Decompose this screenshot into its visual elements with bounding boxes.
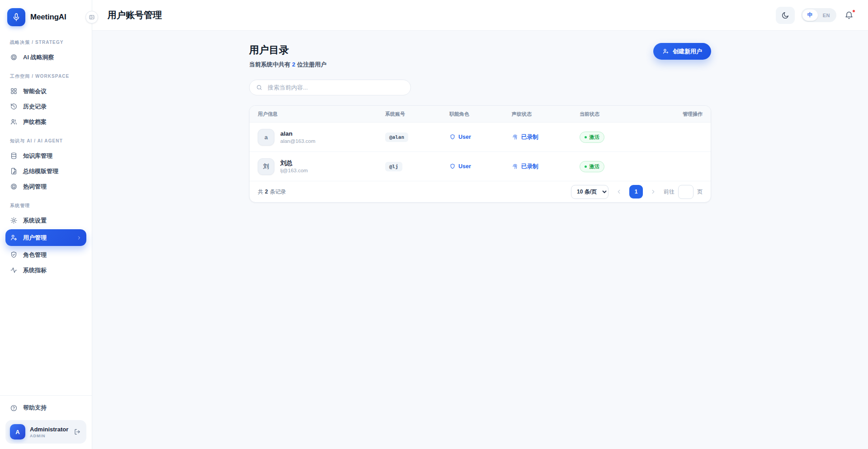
table-row[interactable]: a alan alan@163.com @alan User (250, 123, 711, 152)
col-header-actions: 管理操作 (661, 111, 703, 118)
avatar: 刘 (258, 158, 274, 175)
avatar: A (10, 424, 25, 440)
page-size-select[interactable]: 10 条/页 (571, 185, 609, 199)
content-scroll-area[interactable]: 用户目录 当前系统中共有2位注册用户 创建新用户 用户信息 系统账号 (92, 31, 868, 449)
role-cell: User (449, 163, 512, 170)
user-count: 2 (292, 61, 295, 68)
status-badge: 激活 (580, 132, 604, 143)
current-page-button[interactable]: 1 (629, 185, 643, 199)
user-email: lj@163.com (280, 168, 308, 173)
sidebar-item-history[interactable]: 历史记录 (5, 99, 86, 114)
table-row[interactable]: 刘 刘总 lj@163.com @lj User (250, 152, 711, 181)
next-page-button[interactable] (646, 185, 660, 199)
subtitle-suffix: 位注册用户 (297, 61, 326, 68)
app-root: MeetingAI 战略决策 / STRATEGY AI 战略洞察 工作空间 /… (0, 0, 868, 449)
sidebar-item-system-settings[interactable]: 系统设置 (5, 213, 86, 228)
sidebar-item-label: 系统设置 (23, 217, 47, 225)
sidebar-item-label: 历史记录 (23, 103, 47, 111)
users-table-card: 用户信息 系统账号 职能角色 声纹状态 当前状态 管理操作 a alan (249, 105, 711, 203)
create-user-button[interactable]: 创建新用户 (653, 43, 711, 60)
help-circle-icon (10, 404, 18, 412)
sidebar-item-hotwords[interactable]: 热词管理 (5, 179, 86, 194)
sidebar-item-label: 角色管理 (23, 251, 47, 259)
user-name: 刘总 (280, 160, 308, 167)
sidebar-item-user-management[interactable]: 用户管理 (5, 229, 86, 246)
prev-page-button[interactable] (612, 185, 626, 199)
col-header-role: 职能角色 (449, 111, 512, 118)
panel-collapse-icon (89, 14, 95, 20)
sidebar-item-system-metrics[interactable]: 系统指标 (5, 263, 86, 278)
sidebar-item-label: AI 战略洞察 (23, 53, 54, 61)
target-icon (10, 183, 18, 190)
database-icon (10, 152, 18, 160)
sidebar-item-voiceprint-archive[interactable]: 声纹档案 (5, 114, 86, 129)
create-user-button-label: 创建新用户 (673, 47, 702, 56)
sidebar-collapse-button[interactable] (85, 11, 98, 24)
chevron-right-icon (76, 235, 82, 241)
total-suffix: 条记录 (270, 189, 286, 195)
sidebar-item-label: 用户管理 (23, 234, 47, 242)
chevron-right-icon (650, 189, 656, 195)
current-user-card[interactable]: A Administrator ADMIN (5, 420, 86, 444)
subtitle-prefix: 当前系统中共有 (249, 61, 290, 68)
account-cell: @lj (385, 162, 449, 171)
language-toggle: 中 EN (801, 8, 836, 22)
search-input[interactable] (267, 84, 404, 91)
microphone-logo-icon (7, 8, 25, 26)
app-logo: MeetingAI (0, 0, 92, 31)
nav-section-label-workspace: 工作空间 / WORKSPACE (10, 73, 82, 80)
user-name: alan (280, 130, 316, 138)
logout-button[interactable] (73, 427, 82, 436)
sidebar-item-smart-meeting[interactable]: 智能会议 (5, 84, 86, 99)
help-support-link[interactable]: 帮助支持 (5, 400, 86, 416)
sidebar-item-label: 系统指标 (23, 266, 47, 274)
status-dot (585, 136, 587, 138)
role-label: User (458, 163, 471, 170)
voice-status-cell: 已录制 (512, 163, 580, 170)
notifications-button[interactable] (844, 10, 854, 21)
user-gear-icon (10, 234, 18, 241)
section-subtitle: 当前系统中共有2位注册用户 (249, 61, 326, 69)
user-name: Administrator (30, 426, 68, 433)
status-label: 激活 (590, 134, 599, 141)
lang-zh-button[interactable]: 中 (802, 9, 818, 21)
voice-status-label: 已录制 (521, 163, 538, 170)
history-icon (10, 103, 18, 110)
main-area: 用户账号管理 中 EN 用户目录 (92, 0, 868, 449)
records-total: 共2条记录 (258, 188, 286, 196)
sidebar-item-role-management[interactable]: 角色管理 (5, 247, 86, 262)
user-cell: a alan alan@163.com (258, 129, 385, 146)
voice-status-label: 已录制 (521, 133, 538, 141)
account-handle: @lj (385, 162, 402, 171)
user-identity: alan alan@163.com (280, 130, 316, 144)
role-cell: User (449, 134, 512, 140)
fingerprint-icon (512, 134, 519, 141)
search-box (249, 80, 411, 95)
pagination: 10 条/页 1 前往 页 (571, 185, 703, 199)
shield-icon (449, 163, 456, 170)
goto-page-input[interactable] (678, 185, 693, 199)
user-meta: Administrator ADMIN (30, 426, 68, 438)
gear-icon (10, 217, 18, 224)
theme-toggle-button[interactable] (776, 7, 795, 24)
notification-dot (852, 9, 855, 13)
sidebar-nav: 战略决策 / STRATEGY AI 战略洞察 工作空间 / WORKSPACE… (0, 31, 92, 278)
status-badge: 激活 (580, 161, 604, 172)
chevron-left-icon (616, 189, 622, 195)
avatar: a (258, 129, 274, 146)
sidebar-item-label: 声纹档案 (23, 118, 47, 126)
total-count: 2 (265, 189, 268, 195)
sidebar-item-knowledge-base[interactable]: 知识库管理 (5, 148, 86, 163)
lang-en-button[interactable]: EN (818, 11, 835, 20)
sidebar: MeetingAI 战略决策 / STRATEGY AI 战略洞察 工作空间 /… (0, 0, 92, 449)
sidebar-item-ai-strategy[interactable]: AI 战略洞察 (5, 50, 86, 65)
total-prefix: 共 (258, 189, 263, 195)
user-role-badge: ADMIN (30, 434, 68, 438)
status-label: 激活 (590, 163, 599, 170)
target-icon (10, 53, 18, 61)
topbar: 用户账号管理 中 EN (92, 0, 868, 31)
page-unit-label: 页 (697, 188, 703, 196)
col-header-user-info: 用户信息 (258, 111, 385, 118)
account-cell: @alan (385, 132, 449, 142)
sidebar-item-summary-templates[interactable]: 总结模版管理 (5, 164, 86, 179)
